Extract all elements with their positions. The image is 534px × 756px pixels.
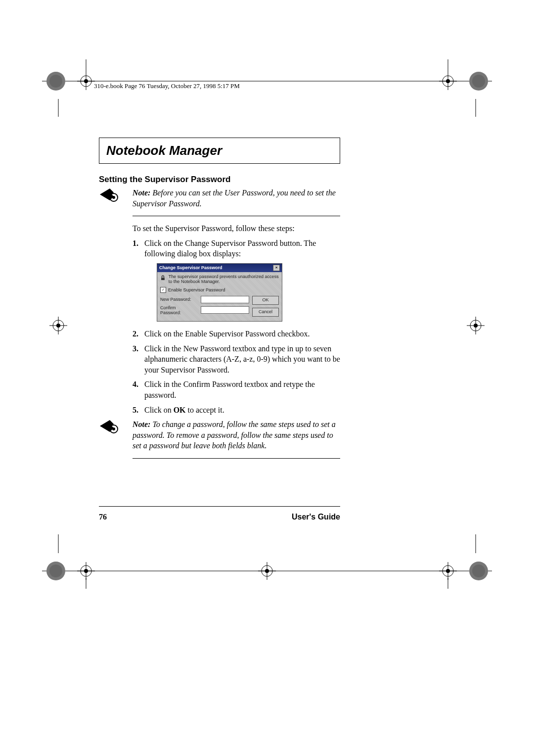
guide-name: User's Guide: [292, 513, 340, 521]
svg-point-34: [443, 566, 453, 576]
step-number: 3.: [133, 343, 144, 354]
svg-rect-48: [161, 278, 165, 280]
page-number: 76: [99, 513, 107, 521]
running-header: 310-e.book Page 76 Tuesday, October 27, …: [94, 82, 240, 90]
list-item: 1. Click on the Change Supervisor Passwo…: [133, 238, 340, 259]
svg-point-47: [112, 196, 115, 199]
note-block-1: Note: Before you can set the User Passwo…: [99, 188, 340, 216]
step-number: 1.: [133, 238, 144, 249]
step-number: 5.: [133, 405, 144, 416]
close-icon[interactable]: ×: [273, 265, 280, 271]
step-number: 4.: [133, 379, 144, 390]
step-text: Click on OK to accept it.: [144, 405, 340, 416]
list-item: 5. Click on OK to accept it.: [133, 405, 340, 416]
svg-point-20: [474, 324, 478, 328]
list-item: 2. Click on the Enable Supervisor Passwo…: [133, 329, 340, 339]
ok-button[interactable]: OK: [252, 296, 279, 305]
subsection-heading: Setting the Supervisor Password: [99, 175, 340, 185]
note-label: Note:: [133, 189, 150, 197]
note-text: To change a password, follow the same st…: [133, 420, 336, 450]
step-number: 2.: [133, 329, 144, 339]
list-item: 4. Click in the Confirm Password textbox…: [133, 379, 340, 400]
note-text: Before you can set the User Password, yo…: [133, 189, 336, 208]
svg-point-37: [446, 569, 450, 573]
step-text: Click on the Enable Supervisor Password …: [144, 329, 340, 339]
dialog-info-text: The supervisor password prevents unautho…: [169, 274, 279, 284]
note-label: Note:: [133, 420, 150, 428]
cancel-button[interactable]: Cancel: [252, 308, 279, 317]
dialog-titlebar: Change Supervisor Password ×: [157, 264, 282, 272]
intro-paragraph: To set the Supervisor Password, follow t…: [133, 223, 340, 234]
svg-point-1: [46, 72, 65, 91]
svg-point-30: [262, 566, 272, 576]
dialog-window: Change Supervisor Password × The supervi…: [157, 263, 282, 322]
svg-point-50: [112, 427, 115, 430]
svg-point-38: [46, 562, 65, 580]
svg-point-33: [265, 569, 269, 573]
confirm-password-label: Confirm Password:: [160, 305, 198, 315]
new-password-label: New Password:: [160, 297, 198, 302]
page-title: Notebook Manager: [106, 143, 222, 158]
svg-point-4: [472, 75, 485, 88]
svg-point-39: [49, 565, 62, 577]
eye-note-icon: [99, 188, 121, 207]
svg-point-2: [49, 75, 62, 88]
confirm-password-input[interactable]: [201, 306, 249, 314]
content-column: Notebook Manager Setting the Supervisor …: [99, 138, 340, 463]
svg-point-5: [81, 76, 91, 87]
ok-word: OK: [174, 406, 186, 414]
step-text: Click in the New Password textbox and ty…: [144, 343, 340, 376]
note-block-2: Note: To change a password, follow the s…: [99, 419, 340, 459]
step-list: 1. Click on the Change Supervisor Passwo…: [133, 238, 340, 259]
svg-point-29: [84, 569, 88, 573]
svg-point-13: [53, 320, 64, 331]
page-footer: 76 User's Guide: [99, 513, 340, 521]
list-item: 3. Click in the New Password textbox and…: [133, 343, 340, 376]
enable-supervisor-label: Enable Supervisor Password: [168, 287, 225, 292]
enable-supervisor-checkbox[interactable]: ✓: [160, 287, 166, 293]
new-password-input[interactable]: [201, 296, 249, 303]
svg-point-40: [469, 562, 488, 580]
svg-point-26: [81, 566, 91, 576]
svg-point-8: [84, 79, 88, 83]
title-box: Notebook Manager: [99, 138, 340, 164]
footer-rule: [99, 506, 340, 507]
svg-point-16: [56, 324, 60, 328]
svg-point-9: [443, 76, 453, 87]
svg-point-12: [446, 79, 450, 83]
svg-point-3: [469, 72, 488, 91]
step-text: Click on the Change Supervisor Password …: [144, 238, 340, 259]
dialog-figure: Change Supervisor Password × The supervi…: [157, 263, 282, 322]
step-list-cont: 2. Click on the Enable Supervisor Passwo…: [133, 329, 340, 415]
dialog-title-text: Change Supervisor Password: [159, 265, 222, 270]
step-text: Click in the Confirm Password textbox an…: [144, 379, 340, 400]
eye-note-icon: [99, 419, 121, 439]
svg-point-17: [470, 320, 481, 331]
lock-icon: [160, 274, 166, 282]
svg-point-41: [472, 565, 485, 577]
